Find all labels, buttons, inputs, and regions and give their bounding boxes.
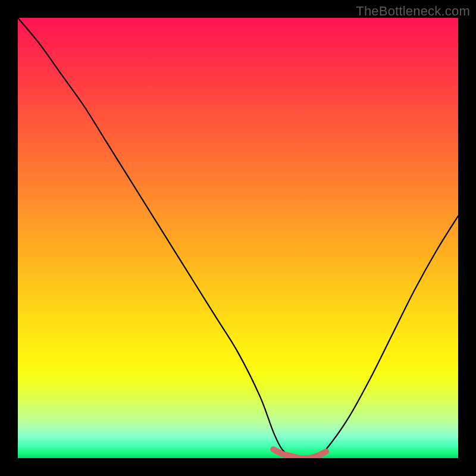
bottleneck-curve-path — [18, 18, 458, 458]
attribution-watermark: TheBottleneck.com — [356, 4, 470, 19]
optimal-range-marker-path — [273, 449, 326, 458]
curve-svg — [18, 18, 458, 458]
plot-area — [18, 18, 458, 458]
chart-container: TheBottleneck.com — [0, 0, 476, 476]
